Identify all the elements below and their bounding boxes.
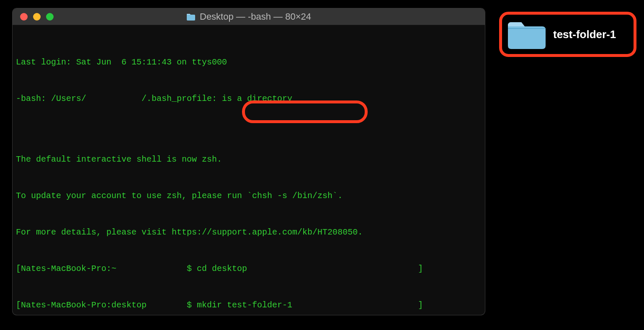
window-title: Desktop — -bash — 80×24 <box>200 11 311 22</box>
terminal-window: Desktop — -bash — 80×24 Last login: Sat … <box>13 8 485 315</box>
terminal-line: [Nates-MacBook-Pro:desktop $ mkdir test-… <box>16 299 482 311</box>
zoom-button[interactable] <box>46 13 54 21</box>
traffic-lights <box>13 13 54 21</box>
desktop-folder-label: test-folder-1 <box>553 28 616 41</box>
terminal-line: -bash: /Users/ /.bash_profile: is a dire… <box>16 93 482 105</box>
window-titlebar[interactable]: Desktop — -bash — 80×24 <box>13 8 485 25</box>
terminal-line: To update your account to use zsh, pleas… <box>16 190 482 202</box>
folder-icon <box>506 18 547 51</box>
close-button[interactable] <box>20 13 28 21</box>
folder-icon <box>186 13 196 21</box>
terminal-line: [Nates-MacBook-Pro:~ $ cd desktop ] <box>16 263 482 275</box>
minimize-button[interactable] <box>33 13 41 21</box>
terminal-line: Last login: Sat Jun 6 15:11:43 on ttys00… <box>16 56 482 68</box>
terminal-line: For more details, please visit https://s… <box>16 226 482 238</box>
title-text-wrap: Desktop — -bash — 80×24 <box>13 11 485 22</box>
desktop-folder-item[interactable]: test-folder-1 <box>499 12 636 57</box>
svg-rect-0 <box>508 28 546 29</box>
terminal-line: The default interactive shell is now zsh… <box>16 153 482 165</box>
terminal-body[interactable]: Last login: Sat Jun 6 15:11:43 on ttys00… <box>13 25 485 315</box>
